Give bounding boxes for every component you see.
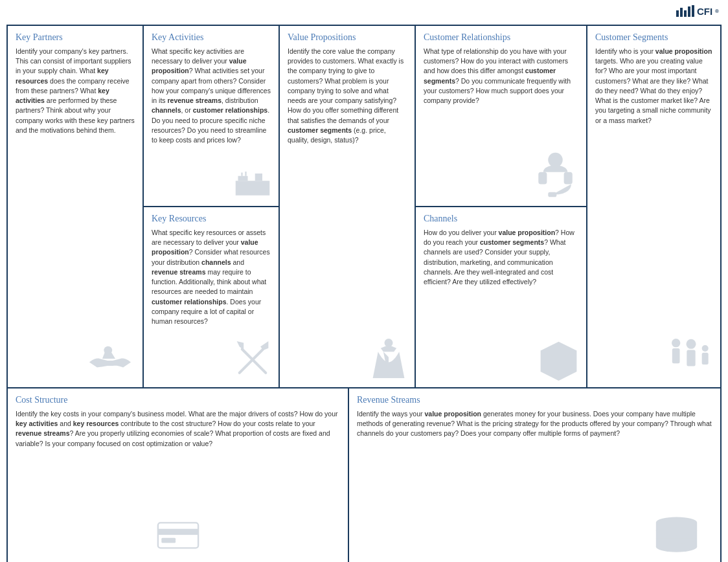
svg-rect-28 — [702, 353, 709, 365]
logo-text: CFI — [697, 6, 712, 17]
coins-icon-area — [652, 511, 701, 554]
svg-rect-32 — [157, 529, 198, 535]
svg-line-10 — [242, 349, 266, 373]
suit-icon-area — [369, 339, 408, 382]
col-value-props: Value Propositions Identify the core val… — [280, 26, 416, 387]
suit-icon — [369, 339, 408, 381]
customer-relationships-text: What type of relationship do you have wi… — [424, 47, 578, 106]
key-partners-title: Key Partners — [16, 32, 135, 43]
headset-icon-area — [531, 151, 580, 201]
svg-line-9 — [240, 349, 264, 373]
box-icon — [538, 339, 580, 381]
cost-structure-text: Identify the key costs in your company's… — [16, 409, 340, 449]
handshake-icon — [84, 339, 136, 381]
factory-icon — [233, 167, 272, 199]
svg-marker-16 — [541, 342, 577, 381]
value-propositions-title: Value Propositions — [288, 32, 407, 43]
key-partners-text: Identify your company's key partners. Th… — [16, 47, 135, 135]
coins-icon — [652, 511, 701, 553]
logo: CFI ® — [676, 5, 719, 17]
family-icon — [665, 335, 714, 381]
svg-point-43 — [656, 517, 697, 528]
customer-relationships-title: Customer Relationships — [424, 32, 578, 43]
channels-title: Channels — [424, 214, 578, 224]
logo-bars — [676, 5, 694, 17]
svg-rect-34 — [161, 538, 176, 541]
value-propositions-text: Identify the core value the company prov… — [288, 47, 407, 145]
svg-line-21 — [668, 355, 672, 366]
svg-rect-2 — [238, 176, 248, 181]
col-cust-rel-channels: Customer Relationships What type of rela… — [416, 26, 587, 387]
logo-tm: ® — [715, 8, 719, 14]
family-icon-area — [665, 335, 714, 382]
svg-line-26 — [696, 357, 701, 368]
key-activities-text: What specific key activities are necessa… — [152, 47, 271, 145]
svg-line-29 — [699, 358, 702, 368]
cell-customer-relationships: Customer Relationships What type of rela… — [416, 26, 586, 207]
channels-text: How do you deliver your value propositio… — [424, 228, 578, 287]
top-section: Key Partners Identify your company's key… — [8, 26, 720, 388]
svg-rect-31 — [157, 523, 198, 548]
page: CFI ® Key Partners Identify your company… — [0, 0, 728, 562]
col-key-activities-resources: Key Activities What specific key activit… — [144, 26, 280, 387]
box-icon-area — [538, 339, 580, 382]
svg-rect-24 — [687, 350, 695, 366]
factory-icon-area — [233, 167, 272, 201]
svg-point-11 — [385, 339, 393, 347]
svg-rect-13 — [564, 172, 573, 185]
logo-bar-5 — [692, 5, 694, 17]
cell-revenue-streams: Revenue Streams Identify the ways your v… — [349, 388, 720, 562]
col-key-partners: Key Partners Identify your company's key… — [8, 26, 144, 387]
svg-line-30 — [709, 358, 712, 368]
cell-value-propositions: Value Propositions Identify the core val… — [280, 26, 415, 387]
cell-channels: Channels How do you deliver your value p… — [416, 207, 586, 387]
key-activities-title: Key Activities — [152, 32, 271, 43]
cell-key-partners: Key Partners Identify your company's key… — [8, 26, 142, 387]
logo-bar-4 — [688, 6, 690, 17]
logo-bar-1 — [676, 10, 679, 17]
svg-rect-5 — [250, 185, 255, 190]
business-model-canvas: Key Partners Identify your company's key… — [6, 25, 722, 562]
cell-customer-segments: Customer Segments Identify who is your v… — [587, 26, 720, 387]
handshake-icon-area — [84, 339, 136, 382]
svg-line-22 — [680, 355, 685, 366]
tools-icon — [233, 339, 272, 381]
svg-line-25 — [681, 357, 687, 368]
svg-point-23 — [687, 339, 696, 349]
tools-icon-area — [233, 339, 272, 382]
svg-rect-14 — [548, 192, 556, 197]
customer-segments-text: Identify who is your value proposition t… — [595, 47, 712, 126]
col-revenue-streams: Revenue Streams Identify the ways your v… — [349, 388, 720, 562]
svg-point-19 — [672, 339, 680, 347]
svg-point-27 — [702, 345, 709, 352]
key-resources-text: What specific key resources or assets ar… — [152, 228, 271, 326]
cost-structure-title: Cost Structure — [16, 395, 340, 405]
cell-cost-structure: Cost Structure Identify the key costs in… — [8, 388, 348, 562]
creditcard-icon-area — [155, 517, 201, 554]
col-customer-segments: Customer Segments Identify who is your v… — [587, 26, 720, 387]
svg-rect-6 — [260, 185, 265, 190]
cell-key-resources: Key Resources What specific key resource… — [144, 207, 279, 387]
svg-rect-20 — [672, 348, 680, 363]
logo-bar-2 — [680, 8, 683, 17]
bottom-section: Cost Structure Identify the key costs in… — [8, 388, 720, 562]
cell-key-activities: Key Activities What specific key activit… — [144, 26, 279, 207]
revenue-streams-text: Identify the ways your value proposition… — [357, 409, 712, 439]
svg-point-15 — [548, 153, 563, 168]
customer-segments-title: Customer Segments — [595, 32, 712, 43]
headset-icon — [531, 151, 580, 199]
key-resources-title: Key Resources — [152, 214, 271, 224]
logo-bar-3 — [684, 10, 687, 17]
col-cost-structure: Cost Structure Identify the key costs in… — [8, 388, 349, 562]
svg-point-0 — [104, 346, 112, 355]
svg-rect-4 — [240, 185, 245, 190]
svg-rect-12 — [538, 172, 547, 185]
revenue-streams-title: Revenue Streams — [357, 395, 712, 405]
svg-rect-3 — [255, 174, 262, 181]
creditcard-icon — [155, 517, 201, 553]
